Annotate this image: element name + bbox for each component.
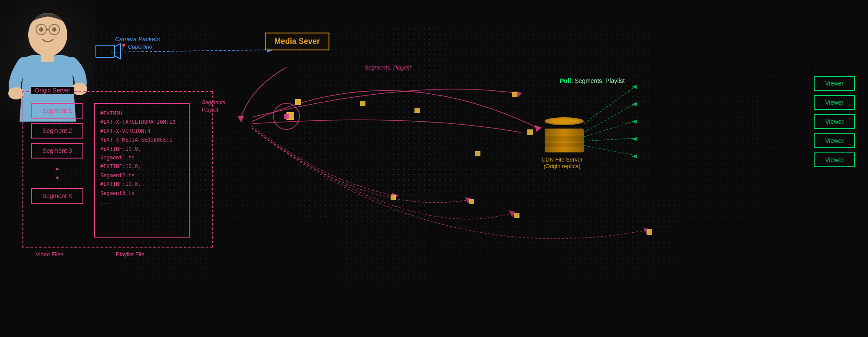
pull-text: Pull: [560, 77, 573, 84]
origin-server-label: Origin Server [31, 87, 74, 94]
playlist-column: #EXTM3U #EXT-X-TARGETDURATION:10 #EXT-X-… [94, 103, 190, 238]
segment-3-box: Segment 3 [31, 143, 83, 159]
playlist-line-6: Segment1.ts [100, 155, 135, 161]
playlist-line-9: #EXTINF:10.0, [100, 181, 141, 187]
viewer-1-box: Viewer [814, 76, 855, 91]
svg-rect-49 [41, 51, 54, 62]
playlist-file-label: Playlist File [116, 251, 145, 258]
viewer-2-box: Viewer [814, 95, 855, 110]
svg-marker-16 [515, 91, 522, 97]
playlist-line-1: #EXTM3U [100, 110, 122, 116]
svg-rect-40 [514, 213, 519, 218]
svg-rect-4 [391, 26, 651, 191]
viewer-4-box: Viewer [814, 133, 855, 148]
cylinder-top [545, 117, 584, 125]
playlist-line-11: ... [100, 199, 110, 205]
cylinder-stripe-1 [545, 136, 584, 141]
svg-rect-3 [295, 26, 443, 217]
playlist-line-8: Segment2.ts [100, 172, 135, 178]
cdn-label: CDN File Server(Origin replica) [538, 156, 586, 169]
playlist-line-10: Segment3.ts [100, 190, 135, 196]
playlist-line-7: #EXTINF:10.0, [100, 163, 141, 169]
svg-line-21 [584, 86, 636, 124]
svg-marker-28 [631, 119, 637, 124]
svg-line-24 [584, 138, 636, 141]
svg-point-50 [39, 27, 43, 32]
playlist-line-3: #EXT-X-VERSION:4 [100, 128, 151, 134]
svg-marker-30 [631, 154, 637, 159]
cupertino-label: 📍 Cupertino [119, 43, 152, 50]
svg-rect-33 [360, 101, 365, 106]
svg-line-25 [584, 145, 636, 155]
svg-rect-43 [284, 114, 289, 119]
svg-rect-32 [286, 112, 294, 120]
svg-rect-11 [738, 65, 825, 152]
cylinder-stripe-2 [545, 143, 584, 147]
segment-x-box: Segment X [31, 188, 83, 204]
segments-column: Segment 1 Segment 2 Segment 3 •• Segment… [31, 103, 83, 204]
media-server-box: Media Sever [265, 33, 329, 50]
viewer-3-box: Viewer [814, 114, 855, 129]
pull-value: Segments, Playlist [575, 77, 625, 84]
viewer-5-box: Viewer [814, 152, 855, 167]
svg-marker-19 [509, 210, 516, 217]
svg-rect-9 [434, 174, 564, 261]
svg-line-22 [584, 103, 636, 132]
svg-point-51 [52, 27, 56, 32]
playlist-line-4: #EXT-X-MEDIA-SEQUENCE:1 [100, 137, 172, 143]
svg-rect-6 [339, 165, 425, 287]
segment-2-box: Segment 2 [31, 123, 83, 139]
playlist-line-5: #EXTINF:10.0, [100, 146, 141, 152]
svg-marker-29 [631, 137, 637, 141]
camera-packets-label: Camera Packets [115, 36, 160, 43]
svg-marker-14 [238, 116, 244, 122]
segment-1-box: Segment 1 [31, 103, 83, 119]
svg-rect-37 [475, 151, 480, 156]
svg-rect-10 [673, 87, 760, 217]
svg-marker-26 [631, 85, 637, 89]
playlist-code: #EXTM3U #EXT-X-TARGETDURATION:10 #EXT-X-… [100, 109, 184, 206]
video-files-label: Video Files [36, 251, 63, 258]
cylinder-body [545, 129, 584, 152]
svg-rect-44 [95, 45, 115, 57]
svg-rect-8 [217, 130, 330, 217]
svg-line-23 [584, 121, 636, 137]
svg-rect-39 [469, 199, 474, 204]
svg-marker-15 [535, 125, 542, 132]
svg-rect-36 [527, 129, 533, 135]
segment-dots: •• [31, 163, 83, 184]
pull-label: Pull: Segments, Playlist [560, 77, 625, 84]
svg-marker-20 [643, 228, 650, 235]
svg-point-42 [273, 103, 299, 129]
playlist-line-2: #EXT-X-TARGETDURATION:10 [100, 119, 175, 125]
svg-rect-38 [391, 195, 396, 200]
cdn-server [545, 117, 584, 149]
svg-rect-41 [647, 229, 652, 235]
svg-rect-31 [295, 99, 301, 105]
segments-playlist-top-label: Segments, Playlist [365, 64, 411, 71]
svg-rect-35 [512, 92, 517, 97]
svg-marker-17 [392, 193, 398, 200]
svg-rect-7 [564, 191, 677, 278]
svg-line-12 [111, 50, 267, 52]
svg-rect-34 [414, 108, 420, 113]
origin-server-container: Origin Server Segment 1 Segment 2 Segmen… [22, 91, 213, 248]
svg-marker-27 [631, 102, 637, 106]
viewers-column: Viewer Viewer Viewer Viewer Viewer [814, 76, 855, 167]
svg-marker-18 [465, 197, 472, 203]
